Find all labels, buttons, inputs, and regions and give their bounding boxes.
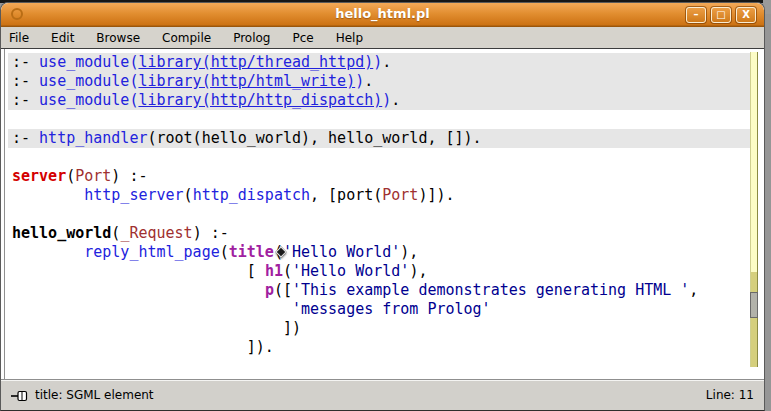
builtin-predicate: ): [373, 53, 382, 71]
code-text: ]): [12, 319, 301, 337]
code-line[interactable]: [8, 148, 750, 167]
menu-item-compile[interactable]: Compile: [162, 31, 211, 45]
code-text: (: [220, 243, 229, 261]
menu-item-prolog[interactable]: Prolog: [233, 31, 270, 45]
builtin-predicate: ): [382, 91, 391, 109]
code-text: (: [184, 186, 193, 204]
quoted-atom: 'messages from Prolog': [292, 300, 491, 318]
quoted-atom: 'Hello World': [283, 243, 400, 261]
library-link[interactable]: library(http/http_dispatch): [138, 91, 382, 109]
code-text: :-: [12, 53, 39, 71]
scrollbar-thumb[interactable]: [750, 292, 758, 318]
scrollbar-lower-track[interactable]: [751, 272, 757, 367]
code-text: ]).: [12, 338, 274, 356]
builtin-predicate: ): [355, 72, 364, 90]
code-area[interactable]: :- use_module(library(http/thread_httpd)…: [8, 53, 750, 357]
code-line[interactable]: [8, 205, 750, 224]
code-text: ([: [274, 281, 292, 299]
variable: Port: [382, 186, 418, 204]
code-text: :-: [12, 72, 39, 90]
code-text: ) :-: [111, 167, 147, 185]
code-line[interactable]: http_server(http_dispatch, [port(Port)])…: [8, 186, 750, 205]
code-text: )]).: [418, 186, 454, 204]
code-text: ),: [400, 243, 418, 261]
html-term: h1: [265, 262, 283, 280]
menu-item-edit[interactable]: Edit: [51, 31, 74, 45]
scrollbar[interactable]: [750, 52, 758, 367]
status-bar: title: SGML element Line: 11: [1, 379, 764, 410]
code-line[interactable]: 'messages from Prolog': [8, 300, 750, 319]
code-text: ),: [409, 262, 427, 280]
builtin-predicate: http_handler: [39, 129, 147, 147]
code-text: (root(hello_world), hello_world, []).: [147, 129, 481, 147]
menu-item-help[interactable]: Help: [336, 31, 363, 45]
code-line[interactable]: ]).: [8, 338, 750, 357]
code-text: [12, 300, 292, 318]
line-number-indicator: Line: 11: [706, 388, 754, 402]
builtin-predicate: use_module(: [39, 72, 138, 90]
quoted-atom: 'Hello World': [292, 262, 409, 280]
code-text: .: [391, 91, 400, 109]
menu-bar: FileEditBrowseCompilePrologPceHelp: [1, 27, 764, 49]
builtin-predicate: http_dispatch: [193, 186, 310, 204]
code-text: .: [364, 72, 373, 90]
menu-item-pce[interactable]: Pce: [292, 31, 313, 45]
code-line[interactable]: reply_html_page(title('Hello World'),: [8, 243, 750, 262]
code-line[interactable]: ]): [8, 319, 750, 338]
code-text: (: [66, 167, 75, 185]
clause-head: server: [12, 167, 66, 185]
variable: _Request: [120, 224, 192, 242]
code-text: :-: [12, 129, 39, 147]
library-link[interactable]: library(http/html_write): [138, 72, 355, 90]
builtin-predicate: http_server: [84, 186, 183, 204]
code-text: (: [283, 262, 292, 280]
close-button[interactable]: X: [736, 7, 756, 23]
code-line[interactable]: [8, 110, 750, 129]
menu-item-browse[interactable]: Browse: [96, 31, 140, 45]
minimize-button[interactable]: –: [686, 7, 706, 23]
builtin-predicate: use_module(: [39, 53, 138, 71]
code-line[interactable]: :- http_handler(root(hello_world), hello…: [8, 129, 750, 148]
pceemacs-window: hello_html.pl – □ X FileEditBrowseCompil…: [0, 2, 765, 411]
code-text: .: [382, 53, 391, 71]
code-text: [12, 243, 84, 261]
maximize-button[interactable]: □: [711, 7, 731, 23]
code-text: ) :-: [193, 224, 229, 242]
code-line[interactable]: p(['This example demonstrates generating…: [8, 281, 750, 300]
title-bar[interactable]: hello_html.pl – □ X: [1, 3, 764, 27]
window-title: hello_html.pl: [1, 6, 764, 21]
code-text: ,: [689, 281, 698, 299]
code-line[interactable]: :- use_module(library(http/http_dispatch…: [8, 91, 750, 110]
pin-icon: [11, 388, 28, 402]
variable: Port: [75, 167, 111, 185]
window-controls: – □ X: [686, 7, 756, 23]
code-text: :-: [12, 91, 39, 109]
quoted-atom: 'This example demonstrates generating HT…: [292, 281, 689, 299]
clause-head: hello_world: [12, 224, 111, 242]
code-text: [12, 281, 265, 299]
html-term: title: [229, 243, 274, 261]
code-line[interactable]: server(Port) :-: [8, 167, 750, 186]
code-line[interactable]: :- use_module(library(http/thread_httpd)…: [8, 53, 750, 72]
code-text: , [port(: [310, 186, 382, 204]
code-line[interactable]: :- use_module(library(http/html_write)).: [8, 72, 750, 91]
builtin-predicate: reply_html_page: [84, 243, 219, 261]
status-message: title: SGML element: [35, 388, 154, 402]
code-text: [: [12, 262, 265, 280]
code-text: [12, 186, 84, 204]
code-line[interactable]: [ h1('Hello World'),: [8, 262, 750, 281]
library-link[interactable]: library(http/thread_httpd): [138, 53, 373, 71]
builtin-predicate: use_module(: [39, 91, 138, 109]
menu-item-file[interactable]: File: [9, 31, 29, 45]
code-editor[interactable]: :- use_module(library(http/thread_httpd)…: [1, 49, 764, 379]
html-term: p: [265, 281, 274, 299]
code-line[interactable]: hello_world(_Request) :-: [8, 224, 750, 243]
